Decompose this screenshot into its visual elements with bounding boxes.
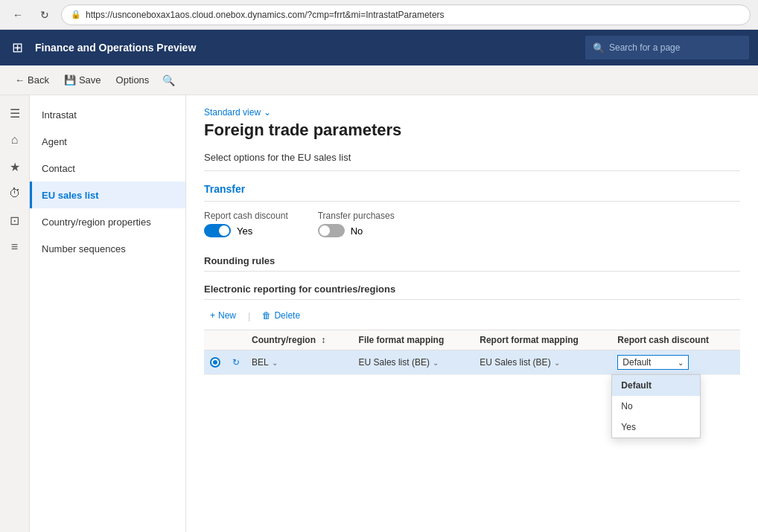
- transfer-section-title: Transfer: [204, 183, 740, 202]
- col-header-refresh: [226, 330, 246, 350]
- sort-icon[interactable]: ↕: [321, 335, 325, 345]
- col-header-file-format: File format mapping: [353, 330, 474, 350]
- app-header: ⊞ Finance and Operations Preview 🔍 Searc…: [0, 30, 758, 65]
- nav-favorites-icon[interactable]: ★: [3, 155, 27, 179]
- page-title: Foreign trade parameters: [204, 121, 740, 140]
- table-toolbar: + New | 🗑 Delete: [204, 306, 740, 325]
- cash-discount-dropdown-arrow: ⌄: [678, 359, 684, 367]
- nav-workspaces-icon[interactable]: ⊡: [3, 208, 27, 232]
- row-radio[interactable]: [210, 357, 220, 368]
- content-area: Standard view ⌄ Foreign trade parameters…: [186, 95, 758, 532]
- cash-discount-value: Default: [622, 357, 651, 368]
- cash-discount-dropdown-popup: Default No Yes: [611, 374, 701, 438]
- col-header-select: [204, 330, 226, 350]
- lock-icon: 🔒: [71, 10, 81, 19]
- toggle-transfer-purchases[interactable]: [318, 224, 345, 237]
- er-section-title: Electronic reporting for countries/regio…: [204, 283, 740, 300]
- app-title: Finance and Operations Preview: [35, 42, 576, 54]
- row-country-cell: BEL ⌄: [246, 350, 353, 375]
- sidebar-item-agent[interactable]: Agent: [30, 128, 185, 155]
- sidebar-item-intrastat[interactable]: Intrastat: [30, 101, 185, 128]
- sidebar-item-eu-sales-list[interactable]: EU sales list: [30, 182, 185, 208]
- nav-modules-icon[interactable]: ≡: [3, 235, 27, 259]
- col-header-report-format: Report format mapping: [474, 330, 611, 350]
- options-button[interactable]: Options: [110, 70, 156, 91]
- trash-icon: 🗑: [262, 310, 271, 321]
- toolbar: ← Back 💾 Save Options 🔍: [0, 65, 758, 95]
- nav-hamburger-icon[interactable]: ☰: [3, 101, 27, 125]
- view-switcher[interactable]: Standard view ⌄: [204, 107, 740, 118]
- new-btn-label: New: [218, 310, 236, 321]
- toolbar-search-icon: 🔍: [162, 74, 175, 86]
- delete-btn-label: Delete: [274, 310, 300, 321]
- browser-back-button[interactable]: ←: [7, 4, 28, 25]
- row-cash-discount-cell[interactable]: Default ⌄ Default No: [611, 350, 740, 375]
- row-report-format-cell: EU Sales list (BE) ⌄: [474, 350, 611, 375]
- toggle-row-transfer-purchases: No: [318, 224, 395, 237]
- dropdown-option-no[interactable]: No: [612, 396, 700, 417]
- save-label: Save: [79, 74, 101, 86]
- file-format-dropdown-arrow: ⌄: [433, 359, 439, 367]
- table-row[interactable]: ↻ BEL ⌄ EU Sales list (BE) ⌄: [204, 350, 740, 375]
- rounding-rules-section: Rounding rules: [204, 249, 740, 272]
- sidebar-item-contact[interactable]: Contact: [30, 155, 185, 182]
- icon-nav: ☰ ⌂ ★ ⏱ ⊡ ≡: [0, 95, 30, 532]
- report-format-value: EU Sales list (BE): [480, 357, 550, 368]
- grid-icon[interactable]: ⊞: [9, 36, 26, 59]
- toggle-row-cash-discount: Yes: [204, 224, 288, 237]
- field-transfer-purchases: Transfer purchases No: [318, 211, 395, 237]
- browser-url-text: https://usnconeboxax1aos.cloud.onebox.dy…: [86, 10, 445, 20]
- rounding-rules-title: Rounding rules: [204, 255, 740, 272]
- toolbar-divider: |: [248, 310, 250, 321]
- search-placeholder: Search for a page: [609, 42, 680, 53]
- data-table: Country/region ↕ File format mapping Rep…: [204, 330, 740, 375]
- new-row-button[interactable]: + New: [204, 306, 242, 325]
- er-section: Electronic reporting for countries/regio…: [204, 283, 740, 375]
- save-icon: 💾: [64, 74, 76, 86]
- browser-bar: ← ↻ 🔒 https://usnconeboxax1aos.cloud.one…: [0, 0, 758, 30]
- country-dropdown[interactable]: BEL ⌄: [252, 357, 347, 368]
- toolbar-search-button[interactable]: 🔍: [158, 70, 179, 91]
- browser-refresh-button[interactable]: ↻: [34, 4, 55, 25]
- fields-row-toggles: Report cash discount Yes Transfer purcha…: [204, 211, 740, 237]
- row-refresh-cell[interactable]: ↻: [226, 350, 246, 375]
- country-dropdown-arrow: ⌄: [272, 359, 278, 367]
- file-format-dropdown[interactable]: EU Sales list (BE) ⌄: [359, 357, 468, 368]
- row-refresh-icon[interactable]: ↻: [232, 357, 240, 368]
- view-switcher-label: Standard view: [204, 107, 261, 118]
- row-file-format-cell: EU Sales list (BE) ⌄: [353, 350, 474, 375]
- country-value: BEL: [252, 357, 269, 368]
- section-intro: Select options for the EU sales list: [204, 152, 740, 171]
- toggle-off-label: No: [351, 225, 363, 237]
- dropdown-option-default[interactable]: Default: [612, 375, 700, 396]
- row-radio-cell[interactable]: [204, 350, 226, 375]
- search-icon: 🔍: [593, 42, 605, 54]
- add-icon: +: [210, 310, 215, 321]
- nav-recent-icon[interactable]: ⏱: [3, 182, 27, 205]
- back-icon: ←: [15, 74, 25, 86]
- sidebar-item-country-region-properties[interactable]: Country/region properties: [30, 208, 185, 235]
- toggle-cash-discount[interactable]: [204, 224, 231, 237]
- file-format-value: EU Sales list (BE): [359, 357, 430, 368]
- browser-url-bar: 🔒 https://usnconeboxax1aos.cloud.onebox.…: [61, 4, 751, 25]
- delete-row-button[interactable]: 🗑 Delete: [256, 306, 306, 325]
- table-header-row: Country/region ↕ File format mapping Rep…: [204, 330, 740, 350]
- sidebar-item-number-sequences[interactable]: Number sequences: [30, 235, 185, 262]
- search-bar[interactable]: 🔍 Search for a page: [585, 36, 749, 60]
- report-cash-discount-label: Report cash discount: [204, 211, 288, 221]
- report-format-dropdown[interactable]: EU Sales list (BE) ⌄: [480, 357, 605, 368]
- save-button[interactable]: 💾 Save: [58, 70, 107, 91]
- chevron-down-icon: ⌄: [264, 107, 271, 118]
- options-label: Options: [116, 74, 150, 86]
- dropdown-option-yes[interactable]: Yes: [612, 417, 700, 438]
- col-header-country: Country/region ↕: [246, 330, 353, 350]
- sidebar: Intrastat Agent Contact EU sales list Co…: [30, 95, 186, 532]
- toggle-on-label: Yes: [237, 225, 252, 237]
- nav-home-icon[interactable]: ⌂: [3, 128, 27, 152]
- report-format-dropdown-arrow: ⌄: [554, 359, 560, 367]
- field-report-cash-discount: Report cash discount Yes: [204, 211, 288, 237]
- transfer-purchases-label: Transfer purchases: [318, 211, 395, 221]
- back-label: Back: [28, 74, 49, 86]
- cash-discount-dropdown-input[interactable]: Default ⌄: [617, 355, 689, 370]
- back-button[interactable]: ← Back: [9, 70, 55, 91]
